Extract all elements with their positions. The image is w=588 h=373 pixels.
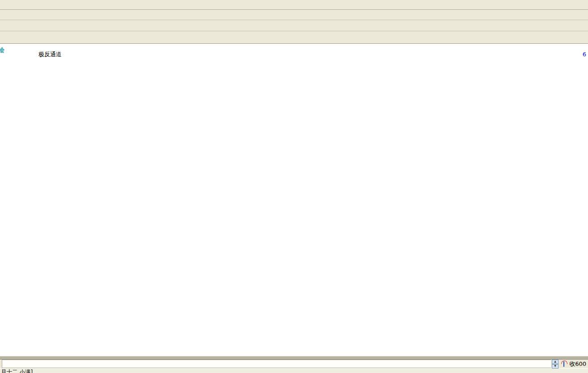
ticker-down-button[interactable]: ▼ bbox=[552, 364, 559, 369]
draw-toolbar bbox=[0, 31, 588, 44]
ticker-up-button[interactable]: ▲ bbox=[552, 360, 559, 364]
mode-toolbar bbox=[0, 10, 588, 20]
menu-bar bbox=[0, 0, 588, 10]
lunar-date-label: 月十二 小满] bbox=[1, 369, 33, 373]
receiver-antenna-icon bbox=[561, 360, 567, 367]
app-window: { "menu": {"items": ["文件","浏览","资讯","江恩"… bbox=[0, 0, 588, 373]
receiver-status: 收600 bbox=[568, 360, 588, 368]
chart-area: 绘 极反通道 6 bbox=[0, 44, 588, 356]
nav-toolbar bbox=[0, 20, 588, 31]
news-ticker bbox=[2, 360, 551, 368]
ticker-scroll-buttons[interactable]: ▲ ▼ bbox=[552, 360, 559, 369]
splitter-bar[interactable] bbox=[0, 356, 588, 360]
quote-info-bar: 月十二 小满] bbox=[0, 368, 588, 373]
candlestick-chart-canvas[interactable] bbox=[0, 44, 588, 356]
status-bar: ▲ ▼ 收600 bbox=[0, 360, 588, 368]
